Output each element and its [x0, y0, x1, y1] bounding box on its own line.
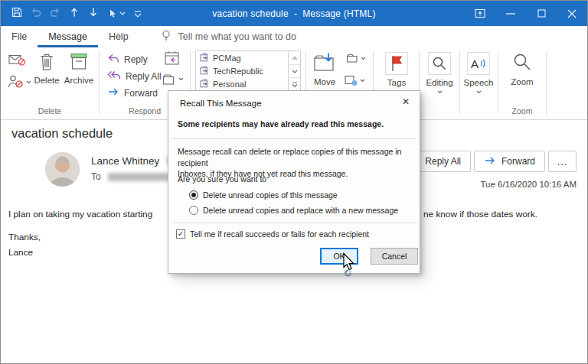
speech-button[interactable]: A Speech [462, 52, 495, 94]
more-actions-button[interactable]: … [548, 151, 577, 172]
reply-label: Reply [124, 54, 148, 65]
tell-me-box[interactable]: Tell me what you want to do [161, 26, 296, 47]
gallery-scroll-up-icon[interactable] [289, 51, 300, 64]
quick-step-techrepublic[interactable]: TechRepublic [196, 64, 288, 77]
sender-name[interactable]: Lance Whitney [91, 155, 159, 167]
dialog-warning: Some recipients may have already read th… [178, 119, 384, 128]
quick-step-personal[interactable]: Personal [196, 77, 288, 90]
quick-steps-gallery: PCMag TechRepublic Personal [195, 50, 301, 92]
dialog-close-button[interactable]: ✕ [396, 94, 416, 109]
quick-step-pcmag[interactable]: PCMag [196, 51, 288, 64]
tab-message[interactable]: Message [38, 26, 98, 47]
forward-icon [107, 87, 119, 99]
move-folder-icon [200, 79, 209, 89]
dialog-title: Recall This Message [180, 99, 262, 108]
radio-delete-and-replace[interactable]: Delete unread copies and replace with a … [189, 206, 398, 215]
meeting-button[interactable] [164, 50, 181, 70]
radio-label: Delete unread copies of this message [203, 190, 338, 200]
ribbon-group-speech: A Speech [460, 47, 498, 119]
radio-delete-unread-copies[interactable]: Delete unread copies of this message [189, 190, 338, 200]
forward-label: Forward [501, 156, 535, 167]
body-text-left: I plan on taking my vacation starting [8, 209, 152, 219]
quick-step-label: PCMag [213, 54, 241, 63]
ribbon-group-delete: Delete Archive Delete [1, 47, 99, 119]
ignore-button[interactable] [8, 54, 27, 69]
move-folder-icon [200, 66, 209, 76]
close-button[interactable] [557, 1, 587, 26]
quick-step-label: TechRepublic [213, 67, 263, 76]
zoom-button[interactable]: Zoom [505, 52, 539, 86]
reply-all-label: Reply All [425, 156, 461, 167]
ellipsis-icon: … [557, 155, 568, 167]
sender-avatar[interactable] [45, 152, 80, 187]
minimize-button[interactable] [495, 1, 526, 26]
gallery-scroll-down-icon[interactable] [289, 64, 300, 78]
checkbox-tell-me-result[interactable]: ✓ Tell me if recall succeeds or fails fo… [176, 229, 369, 239]
actions-button[interactable] [345, 75, 365, 86]
mouse-cursor [338, 252, 358, 280]
speech-letter: A [471, 57, 479, 70]
move-folder-icon [200, 53, 209, 63]
body-text-right: ne know if those dates work. [423, 209, 537, 219]
checkbox-checked-icon: ✓ [176, 229, 185, 239]
save-icon[interactable] [11, 7, 22, 21]
maximize-button[interactable] [526, 1, 557, 26]
ribbon-display-options-icon[interactable] [465, 1, 495, 26]
speech-icon: A [467, 52, 490, 75]
window-controls [465, 1, 587, 26]
tell-me-label: Tell me what you want to do [178, 31, 296, 42]
archive-icon [69, 52, 89, 73]
body-signature: Lance [8, 247, 33, 258]
window-title: vacation schedule - Message (HTML) [116, 1, 472, 26]
radio-unselected-icon [189, 206, 198, 215]
reply-all-label: Reply All [126, 71, 162, 82]
dialog-question: Are you sure you want to [178, 174, 266, 184]
message-date: Tue 6/16/2020 10:16 AM [480, 180, 577, 189]
zoom-label: Zoom [511, 77, 533, 86]
recall-dialog: Recall This Message ✕ Some recipients ma… [168, 90, 420, 274]
tags-button[interactable]: Tags [380, 52, 413, 87]
forward-button[interactable]: Forward [474, 151, 545, 172]
delete-label: Delete [34, 76, 59, 85]
editing-label: Editing [426, 78, 452, 87]
dialog-divider [172, 223, 416, 223]
move-label: Move [314, 77, 335, 86]
tab-help[interactable]: Help [98, 26, 139, 47]
magnifier-icon [428, 52, 451, 75]
message-subject: vacation schedule [11, 126, 113, 141]
rules-button[interactable] [346, 54, 366, 63]
chevron-down-icon [437, 90, 443, 94]
delete-button[interactable]: Delete [30, 52, 64, 85]
move-button[interactable]: Move [308, 52, 341, 86]
block-sender-button[interactable] [7, 74, 31, 89]
forward-label: Forward [124, 88, 158, 99]
close-icon: ✕ [402, 96, 410, 107]
next-item-icon[interactable] [88, 7, 99, 21]
reply-all-ribbon-button[interactable]: Reply All [107, 70, 162, 83]
zoom-group-label: Zoom [498, 106, 546, 115]
quick-step-label: Personal [213, 80, 246, 89]
body-closing: Thanks, [8, 232, 41, 242]
redo-icon [50, 7, 60, 21]
archive-button[interactable]: Archive [62, 52, 96, 85]
flag-icon [385, 52, 408, 75]
forward-ribbon-button[interactable]: Forward [107, 87, 158, 99]
reply-button[interactable]: Reply [107, 54, 148, 66]
undo-icon [31, 7, 41, 21]
trash-icon [38, 52, 55, 73]
tab-file[interactable]: File [1, 26, 38, 47]
more-respond-actions-button[interactable] [162, 73, 184, 85]
to-label: To [91, 171, 101, 182]
cancel-button[interactable]: Cancel [371, 248, 418, 265]
archive-label: Archive [64, 76, 93, 85]
editing-button[interactable]: Editing [423, 52, 456, 94]
zoom-icon [512, 52, 533, 74]
previous-item-icon[interactable] [69, 7, 80, 21]
reply-icon [107, 54, 119, 66]
forward-icon [484, 156, 496, 167]
outlook-message-window: vacation schedule - Message (HTML) File … [0, 0, 588, 364]
ribbon-tabs: File Message Help Tell me what you want … [1, 26, 587, 47]
gallery-more-icon[interactable] [289, 77, 300, 91]
group-separator [546, 51, 547, 115]
tags-label: Tags [387, 78, 406, 87]
